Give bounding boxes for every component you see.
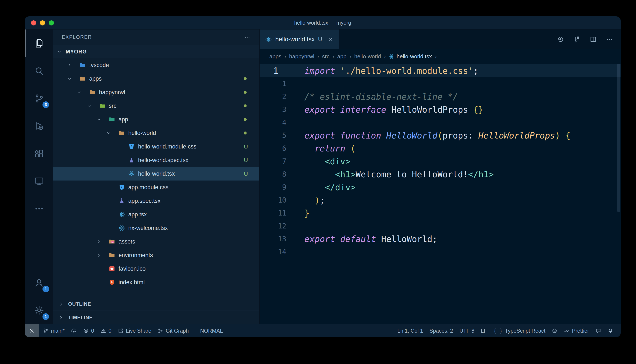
activity-run-debug-button[interactable] [25,112,53,140]
explorer-actions-icon[interactable] [244,34,251,40]
code-line-11[interactable]: 10 ); [260,194,621,206]
breadcrumb-src[interactable]: src [322,53,329,60]
tree-item-vscode[interactable]: .vscode [53,58,259,72]
code-line-12[interactable]: 11} [260,206,621,220]
scrollbar-thumb[interactable] [617,64,620,212]
breadcrumb-apps[interactable]: apps [269,53,281,60]
breadcrumb-hello-world-tsx[interactable]: hello-world.tsx [389,53,432,60]
tree-item-hello-world-module-css[interactable]: 3hello-world.module.cssU [53,140,259,153]
breadcrumb-happynrwl[interactable]: happynrwl [289,53,314,60]
history-icon[interactable] [557,36,564,43]
tree-item-assets[interactable]: assets [53,235,259,248]
activity-remote-explorer-button[interactable] [25,167,53,195]
line-number[interactable]: 6 [260,144,291,152]
tree-item-environments[interactable]: environments [53,248,259,262]
activity-settings-button[interactable]: 1 [25,296,53,324]
timeline-section[interactable]: TIMELINE [53,310,259,324]
code-line-2[interactable]: 1 [260,77,621,90]
breadcrumb-[interactable]: ... [440,53,444,60]
code-line-4[interactable]: 3export interface HelloWorldProps {} [260,103,621,116]
line-number[interactable]: 13 [260,235,291,243]
close-tab-icon[interactable] [328,36,334,42]
tree-item-app-module-css[interactable]: 3app.module.css [53,180,259,194]
tab-hello-world-tsx[interactable]: hello-world.tsx U [260,30,339,49]
close-window-button[interactable] [31,20,36,26]
status-feedback[interactable] [592,324,604,337]
more-actions-icon[interactable] [606,36,613,43]
status-notifications[interactable] [604,324,616,337]
tree-item-apps[interactable]: apps [53,72,259,86]
line-number[interactable]: 4 [260,118,291,127]
code-editor[interactable]: 1import './hello-world.module.css';12/* … [260,64,621,324]
line-number[interactable]: 11 [260,209,291,217]
tree-item-src[interactable]: src [53,99,259,113]
chevron-down-icon[interactable] [67,76,79,82]
status-language-mode[interactable]: { }TypeScript React [490,324,549,337]
code-line-7[interactable]: 6 return ( [260,142,621,155]
status-prettier[interactable]: Prettier [561,324,592,337]
activity-search-button[interactable] [25,57,53,85]
status-errors[interactable]: 0 [80,324,97,337]
breadcrumb-hello-world[interactable]: hello-world [354,53,381,60]
chevron-down-icon[interactable] [77,90,89,95]
activity-source-control-button[interactable]: 3 [25,85,53,112]
code-line-3[interactable]: 2/* eslint-disable-next-line */ [260,90,621,103]
tree-item-index-html[interactable]: 5index.html [53,276,259,289]
line-number[interactable]: 3 [260,106,291,114]
tree-item-hello-world-tsx[interactable]: hello-world.tsxU [53,167,259,180]
status-indentation[interactable]: Spaces: 2 [426,324,456,337]
code-line-10[interactable]: 9 </div> [260,181,621,194]
code-line-15[interactable]: 14 [260,246,621,258]
code-line-14[interactable]: 13export default HelloWorld; [260,232,621,246]
status-warnings[interactable]: 0 [97,324,115,337]
status-smiley[interactable] [548,324,561,337]
tree-item-favicon-ico[interactable]: favicon.ico [53,262,259,276]
tree-item-hello-world-spec-tsx[interactable]: hello-world.spec.tsxU [53,153,259,167]
chevron-right-icon[interactable] [96,239,109,244]
line-number[interactable]: 12 [260,222,291,230]
line-number[interactable]: 7 [260,157,291,166]
activity-extensions-button[interactable] [25,140,53,167]
status-live-share[interactable]: Live Share [115,324,155,337]
status-eol[interactable]: LF [478,324,490,337]
chevron-down-icon[interactable] [106,130,118,136]
line-number[interactable]: 1 [260,66,291,76]
chevron-right-icon[interactable] [67,62,79,68]
line-number[interactable]: 10 [260,196,291,204]
tree-item-happynrwl[interactable]: happynrwl [53,86,259,99]
line-number[interactable]: 9 [260,183,291,191]
status-publish[interactable] [68,324,80,337]
tree-item-app-tsx[interactable]: app.tsx [53,208,259,221]
code-line-5[interactable]: 4 [260,116,621,129]
code-line-1[interactable]: 1import './hello-world.module.css'; [260,64,621,77]
chevron-down-icon[interactable] [86,103,99,108]
status-remote[interactable] [25,324,39,337]
tree-item-nx-welcome-tsx[interactable]: nx-welcome.tsx [53,221,259,235]
compare-changes-icon[interactable] [573,36,580,43]
status-vim-mode[interactable]: -- NORMAL -- [192,324,231,337]
status-git-graph[interactable]: Git Graph [154,324,192,337]
code-line-8[interactable]: 7 <div> [260,155,621,168]
line-number[interactable]: 8 [260,170,291,178]
line-number[interactable]: 5 [260,131,291,140]
tree-item-app-spec-tsx[interactable]: app.spec.tsx [53,194,259,208]
code-line-9[interactable]: 8 <h1>Welcome to HelloWorld!</h1> [260,168,621,181]
status-encoding[interactable]: UTF-8 [456,324,478,337]
tree-item-hello-world[interactable]: hello-world [53,126,259,140]
code-line-13[interactable]: 12 [260,220,621,232]
tree-item-app[interactable]: app [53,113,259,126]
line-number[interactable]: 2 [260,92,291,101]
zoom-window-button[interactable] [49,20,54,26]
status-branch[interactable]: main* [40,324,68,337]
code-line-6[interactable]: 5export function HelloWorld(props: Hello… [260,129,621,142]
chevron-right-icon[interactable] [96,253,109,258]
outline-section[interactable]: OUTLINE [53,297,259,310]
line-number[interactable]: 14 [260,248,291,256]
breadcrumb-app[interactable]: app [337,53,346,60]
split-editor-icon[interactable] [590,36,597,43]
activity-accounts-button[interactable]: 1 [25,269,53,296]
activity-more-button[interactable] [25,195,53,222]
line-number[interactable]: 1 [260,80,291,88]
status-cursor-position[interactable]: Ln 1, Col 1 [394,324,426,337]
chevron-down-icon[interactable] [96,117,109,122]
